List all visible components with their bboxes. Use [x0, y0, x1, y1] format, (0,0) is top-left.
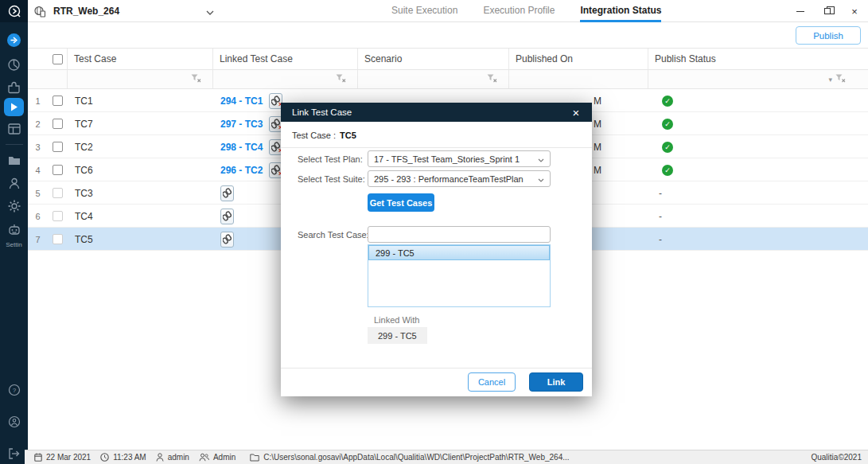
- test-case-name: TC6: [68, 158, 213, 181]
- publish-status-cell: ✓: [648, 135, 868, 158]
- link-button[interactable]: Link: [529, 372, 583, 392]
- restore-button[interactable]: [814, 0, 841, 22]
- qualitia-logo-icon: [7, 4, 21, 18]
- row-checkbox[interactable]: [53, 234, 63, 244]
- statusbar-date: 22 Mar 2021: [34, 453, 91, 462]
- search-test-case-label: Search Test Case:: [298, 230, 369, 240]
- test-case-name: TC3: [68, 181, 213, 205]
- expand-icon[interactable]: [7, 33, 21, 47]
- repository-icon[interactable]: [0, 150, 28, 170]
- bot-icon[interactable]: [0, 219, 28, 240]
- table-header-row: Test Case Linked Test Case Scenario Publ…: [28, 48, 868, 70]
- modal-close-icon[interactable]: ×: [566, 103, 586, 122]
- filter-publish-status-icon[interactable]: [835, 74, 846, 85]
- statusbar-user: admin: [156, 453, 189, 462]
- link-test-case-icon[interactable]: [220, 232, 234, 248]
- linked-test-case-link[interactable]: 298 - TC4: [220, 142, 263, 153]
- row-number: 1: [28, 89, 48, 112]
- row-checkbox[interactable]: [53, 119, 63, 129]
- settings-gear-icon[interactable]: [0, 196, 28, 216]
- app-window: RTR_Web_264 Suite ExecutionExecution Pro…: [0, 0, 868, 464]
- tab-execution-profile[interactable]: Execution Profile: [483, 0, 555, 22]
- tab-suite-execution[interactable]: Suite Execution: [391, 0, 457, 22]
- publish-status-dash: -: [659, 234, 662, 245]
- test-plan-value: 17 - TFS_Test Team_Stories_Sprint 1: [368, 154, 538, 164]
- col-header-test-case: Test Case: [68, 53, 116, 64]
- table-filter-row: ▾: [28, 70, 868, 89]
- row-checkbox[interactable]: [53, 211, 63, 221]
- link-test-case-modal: Link Test Case × Test Case : TC5 Select …: [281, 103, 592, 396]
- publish-button[interactable]: Publish: [796, 26, 861, 45]
- project-chevron-down-icon[interactable]: [206, 4, 214, 18]
- help-icon[interactable]: ?: [0, 380, 28, 400]
- sidebar-divider: [6, 144, 23, 145]
- select-test-plan-label: Select Test Plan:: [298, 154, 363, 164]
- row-number: 4: [28, 158, 48, 181]
- filter-publish-status-dropdown-icon[interactable]: ▾: [828, 76, 832, 84]
- row-number: 2: [28, 112, 48, 135]
- row-checkbox[interactable]: [53, 165, 63, 175]
- row-number: 5: [28, 181, 48, 205]
- users-group-icon: [199, 453, 209, 462]
- filter-linked-test-case-icon[interactable]: [336, 74, 346, 85]
- execute-icon[interactable]: [4, 98, 24, 116]
- filter-test-case-icon[interactable]: [191, 74, 201, 85]
- test-plan-select[interactable]: 17 - TFS_Test Team_Stories_Sprint 1: [368, 150, 551, 167]
- link-test-case-icon[interactable]: [220, 209, 234, 224]
- test-case-name: TC4: [68, 205, 213, 228]
- user-icon: [156, 453, 164, 462]
- linked-test-case-link[interactable]: 294 - TC1: [220, 96, 263, 107]
- row-checkbox[interactable]: [53, 188, 63, 198]
- linked-with-chip: 299 - TC5: [368, 327, 427, 344]
- svg-text:?: ?: [12, 387, 16, 394]
- filter-scenario-icon[interactable]: [487, 74, 497, 85]
- statusbar-time: 11:23 AM: [100, 453, 146, 462]
- publish-status-cell: ✓: [648, 112, 868, 135]
- test-suite-chevron-down-icon: [538, 174, 550, 184]
- link-test-case-icon[interactable]: [220, 185, 234, 201]
- select-all-checkbox[interactable]: [53, 54, 63, 64]
- row-number: 7: [28, 228, 48, 251]
- test-case-listbox: 299 - TC5: [368, 244, 551, 307]
- suites-icon[interactable]: [0, 119, 28, 139]
- users-icon[interactable]: [0, 173, 28, 193]
- minimize-button[interactable]: [787, 0, 814, 22]
- row-checkbox[interactable]: [53, 96, 63, 106]
- close-button[interactable]: ×: [841, 0, 868, 22]
- project-name[interactable]: RTR_Web_264: [53, 6, 119, 17]
- published-check-icon: ✓: [662, 119, 673, 130]
- col-header-published-on: Published On: [509, 53, 573, 64]
- test-suite-value: 295 - 293 : PerformanceTeamTestPlan: [368, 174, 538, 184]
- published-check-icon: ✓: [662, 142, 673, 153]
- modal-title: Link Test Case: [292, 107, 352, 117]
- statusbar: 22 Mar 2021 11:23 AM admin Admin C:\User…: [25, 450, 868, 464]
- logout-icon[interactable]: [0, 443, 28, 464]
- linked-test-case-link[interactable]: 297 - TC3: [220, 119, 263, 130]
- tab-integration-status[interactable]: Integration Status: [580, 0, 661, 22]
- test-case-label: Test Case :: [292, 131, 336, 140]
- cancel-button[interactable]: Cancel: [468, 372, 516, 392]
- test-suite-select[interactable]: 295 - 293 : PerformanceTeamTestPlan: [368, 170, 551, 187]
- dashboard-icon[interactable]: [0, 54, 28, 75]
- publish-status-cell: -: [648, 228, 868, 251]
- publish-status-cell: -: [648, 205, 868, 228]
- sidebar: Settin ?: [0, 22, 28, 464]
- develop-icon[interactable]: [0, 77, 28, 98]
- linked-test-case-link[interactable]: 296 - TC2: [220, 165, 263, 176]
- test-plan-chevron-down-icon: [538, 154, 550, 164]
- account-icon[interactable]: [0, 411, 28, 432]
- test-case-name: TC2: [68, 135, 213, 158]
- col-header-publish-status: Publish Status: [648, 53, 716, 64]
- qualitia-logo: [0, 0, 28, 22]
- col-header-scenario: Scenario: [358, 53, 402, 64]
- statusbar-project-path: C:\Users\sonal.gosavi\AppData\Local\Qual…: [250, 453, 569, 462]
- row-checkbox[interactable]: [53, 142, 63, 152]
- published-check-icon: ✓: [662, 165, 673, 176]
- search-test-case-input[interactable]: [368, 226, 551, 243]
- select-test-suite-label: Select Test Suite:: [298, 174, 365, 184]
- get-test-cases-button[interactable]: Get Test Cases: [368, 193, 434, 212]
- test-case-name: TC7: [68, 112, 213, 135]
- test-case-name: TC5: [68, 228, 213, 251]
- test-case-name: TC1: [68, 89, 213, 112]
- test-case-list-item[interactable]: 299 - TC5: [368, 245, 550, 260]
